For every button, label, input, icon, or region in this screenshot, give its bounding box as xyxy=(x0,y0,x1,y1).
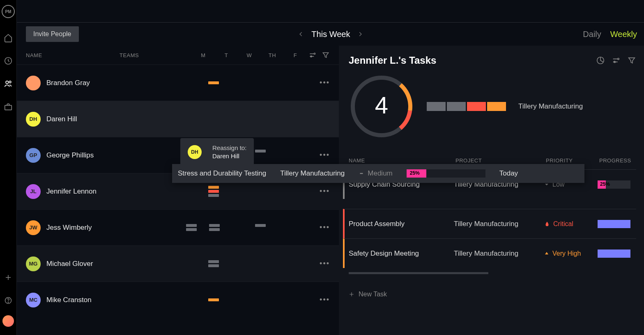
day-wed: W xyxy=(244,52,255,58)
task-priority: Critical xyxy=(544,220,598,228)
people-icon[interactable] xyxy=(0,76,16,92)
svg-point-2 xyxy=(9,81,11,83)
next-week-icon[interactable] xyxy=(357,30,363,38)
avatar: DH xyxy=(26,112,41,127)
th-progress: PROGRESS xyxy=(599,157,636,164)
help-icon[interactable] xyxy=(0,292,16,309)
tooltip-line2: Daren Hill xyxy=(212,152,246,160)
tasks-title: Jennifer L.'s Tasks xyxy=(349,55,436,66)
settings-icon[interactable] xyxy=(612,56,621,65)
avatar: MC xyxy=(26,293,41,307)
person-row[interactable]: JW Jess Wimberly ••• xyxy=(17,209,339,245)
more-icon[interactable]: ••• xyxy=(320,151,330,159)
tooltip-avatar: DH xyxy=(188,145,202,159)
person-name: Jennifer Lennon xyxy=(46,187,97,196)
person-row[interactable]: DH Daren Hill xyxy=(17,101,339,137)
people-panel: NAME TEAMS M T W TH F xyxy=(17,46,339,335)
svg-rect-3 xyxy=(5,105,12,110)
task-project: Tillery Manufacturing xyxy=(454,220,544,228)
scrollbar[interactable] xyxy=(349,272,488,274)
pie-icon[interactable] xyxy=(596,56,605,65)
th-priority: PRIORITY xyxy=(546,157,599,164)
avatar: GP xyxy=(26,148,41,163)
prev-week-icon[interactable] xyxy=(298,30,304,38)
reassign-tooltip: DH Reassign to: Daren Hill xyxy=(180,138,254,166)
avatar xyxy=(26,76,41,90)
person-row[interactable]: MG Michael Glover ••• xyxy=(17,245,339,282)
day-fri: F xyxy=(290,52,301,58)
person-name: Mike Cranston xyxy=(46,296,92,304)
svg-point-9 xyxy=(618,58,619,60)
week-navigator: This Week xyxy=(79,30,583,39)
task-row[interactable]: Product Assembly Tillery Manufacturing C… xyxy=(343,209,636,238)
person-name: Michael Glover xyxy=(46,260,93,268)
briefcase-icon[interactable] xyxy=(0,99,16,115)
more-icon[interactable]: ••• xyxy=(320,259,330,268)
svg-rect-14 xyxy=(360,173,363,174)
task-name: Safety Design Meeting xyxy=(349,250,454,258)
person-name: Jess Wimberly xyxy=(46,224,92,232)
avatar: JL xyxy=(26,184,41,199)
person-name: George Phillips xyxy=(46,151,94,159)
tasks-panel: Jennifer L.'s Tasks xyxy=(339,46,644,335)
person-row[interactable]: Brandon Gray ••• xyxy=(17,65,339,101)
svg-point-1 xyxy=(6,81,8,83)
person-row[interactable]: MC Mike Cranston ••• xyxy=(17,282,339,318)
week-label: This Week xyxy=(311,30,350,39)
sidebar-nav: PM xyxy=(0,0,17,335)
more-icon[interactable]: ••• xyxy=(320,187,330,196)
more-icon[interactable]: ••• xyxy=(320,296,330,304)
person-name: Brandon Gray xyxy=(46,79,90,87)
th-name: NAME xyxy=(349,157,455,164)
view-weekly[interactable]: Weekly xyxy=(610,30,637,39)
col-header-teams: TEAMS xyxy=(120,52,185,58)
float-task-project: Tillery Manufacturing xyxy=(280,169,345,178)
progress-bar: 25% xyxy=(598,180,630,189)
svg-point-5 xyxy=(8,302,8,303)
topbar xyxy=(17,0,644,23)
day-tue: T xyxy=(221,52,232,58)
progress-bar xyxy=(598,250,630,258)
progress-bar xyxy=(598,220,630,228)
app-logo: PM xyxy=(2,5,15,18)
gauge: 4 xyxy=(349,74,414,139)
avatar: MG xyxy=(26,256,41,271)
new-task-button[interactable]: New Task xyxy=(349,291,636,298)
filter-icon[interactable] xyxy=(627,56,636,65)
avatar: JW xyxy=(26,220,41,235)
gauge-value: 4 xyxy=(375,91,388,119)
day-mon: M xyxy=(198,52,209,58)
svg-point-6 xyxy=(314,53,315,54)
person-name: Daren Hill xyxy=(46,115,77,123)
float-due: Today xyxy=(499,169,518,178)
invite-button[interactable]: Invite People xyxy=(26,26,79,42)
task-row[interactable]: Safety Design Meeting Tillery Manufactur… xyxy=(343,238,636,268)
view-daily[interactable]: Daily xyxy=(583,30,601,39)
more-icon[interactable]: ••• xyxy=(320,79,330,87)
more-icon[interactable]: ••• xyxy=(320,223,330,232)
float-task-name: Stress and Durability Testing xyxy=(178,169,266,178)
home-icon[interactable] xyxy=(0,30,16,46)
clock-icon[interactable] xyxy=(0,53,16,69)
priority-blocks xyxy=(427,102,506,111)
user-avatar[interactable] xyxy=(2,315,14,327)
settings-icon[interactable] xyxy=(308,51,317,59)
plus-icon[interactable] xyxy=(0,269,16,286)
th-project: PROJECT xyxy=(455,157,546,164)
col-header-name: NAME xyxy=(26,52,120,58)
task-priority: Very High xyxy=(544,250,598,257)
day-thu: TH xyxy=(267,52,278,58)
float-priority: Medium xyxy=(359,169,392,178)
metric-label: Tillery Manufacturing xyxy=(518,102,583,111)
task-name: Product Assembly xyxy=(349,220,454,228)
tooltip-line1: Reassign to: xyxy=(212,144,246,152)
float-progress: 25% xyxy=(407,169,485,178)
task-project: Tillery Manufacturing xyxy=(454,250,544,258)
filter-icon[interactable] xyxy=(322,51,330,59)
dragged-task[interactable]: Stress and Durability Testing Tillery Ma… xyxy=(172,164,584,183)
